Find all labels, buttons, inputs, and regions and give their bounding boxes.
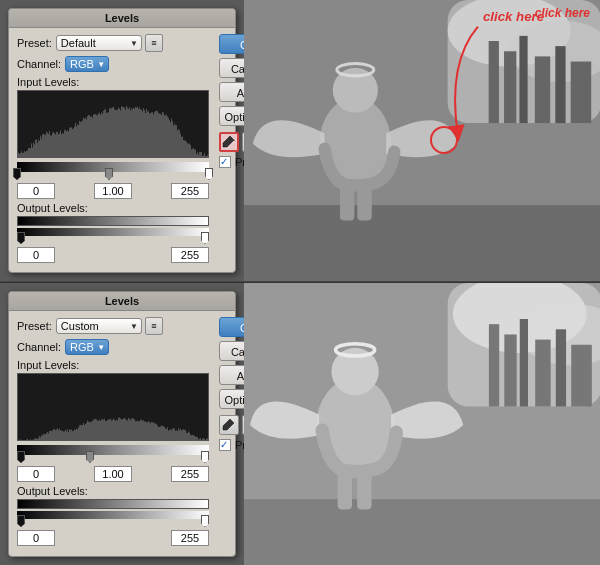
output-white-handle-bottom[interactable] — [201, 515, 209, 527]
input-levels-label-bottom: Input Levels: — [17, 359, 209, 371]
preset-select-top[interactable]: Default ▼ — [56, 35, 142, 51]
channel-arrow-top: ▼ — [97, 60, 105, 69]
channel-select-bottom[interactable]: RGB ▼ — [65, 339, 109, 355]
output-levels-label-top: Output Levels: — [17, 202, 209, 214]
preset-label-bottom: Preset: — [17, 320, 52, 332]
preset-select-bottom[interactable]: Custom ▼ — [56, 318, 142, 334]
histogram-bottom — [17, 373, 209, 441]
input-white-value-top[interactable] — [171, 183, 209, 199]
angel-image-bottom — [244, 283, 600, 565]
channel-label-top: Channel: — [17, 58, 61, 70]
click-here-annotation: click here — [535, 6, 590, 20]
dialog-title-bottom: Levels — [9, 292, 235, 311]
input-white-handle-top[interactable] — [205, 168, 213, 180]
channel-label-bottom: Channel: — [17, 341, 61, 353]
output-black-value-top[interactable] — [17, 247, 55, 263]
output-white-value-top[interactable] — [171, 247, 209, 263]
preset-menu-icon-bottom[interactable]: ≡ — [145, 317, 163, 335]
dialog-title-top: Levels — [9, 9, 235, 28]
top-panel: Levels Preset: Default ▼ ≡ Channel: RGB — [0, 0, 600, 282]
svg-rect-7 — [519, 36, 527, 123]
input-levels-label-top: Input Levels: — [17, 76, 209, 88]
histogram-top — [17, 90, 209, 158]
input-mid-handle-top[interactable] — [105, 168, 113, 180]
input-black-value-bottom[interactable] — [17, 466, 55, 482]
svg-rect-5 — [489, 41, 499, 123]
channel-arrow-bottom: ▼ — [97, 343, 105, 352]
svg-rect-9 — [555, 46, 565, 123]
svg-rect-10 — [571, 62, 592, 124]
input-mid-handle-bottom[interactable] — [86, 451, 94, 463]
svg-rect-11 — [244, 205, 600, 281]
svg-rect-6 — [504, 51, 516, 123]
svg-line-0 — [234, 140, 235, 141]
input-mid-value-bottom[interactable] — [94, 466, 132, 482]
svg-rect-22 — [489, 324, 499, 406]
output-white-value-bottom[interactable] — [171, 530, 209, 546]
preset-arrow-top: ▼ — [130, 39, 138, 48]
eyedropper-black-bottom[interactable] — [219, 415, 239, 435]
levels-dialog-top: Levels Preset: Default ▼ ≡ Channel: RGB — [8, 8, 236, 273]
eyedropper-black-top[interactable] — [219, 132, 239, 152]
angel-image-top: click here click here — [244, 0, 600, 281]
svg-rect-8 — [535, 56, 550, 123]
channel-select-top[interactable]: RGB ▼ — [65, 56, 109, 72]
output-white-handle-top[interactable] — [201, 232, 209, 244]
preview-checkbox-bottom[interactable] — [219, 439, 231, 451]
input-black-handle-bottom[interactable] — [17, 451, 25, 463]
input-black-handle-top[interactable] — [13, 168, 21, 180]
svg-rect-28 — [244, 499, 600, 565]
svg-rect-26 — [556, 329, 566, 406]
input-mid-value-top[interactable] — [94, 183, 132, 199]
preset-label-top: Preset: — [17, 37, 52, 49]
input-white-value-bottom[interactable] — [171, 466, 209, 482]
preset-menu-icon-top[interactable]: ≡ — [145, 34, 163, 52]
output-black-value-bottom[interactable] — [17, 530, 55, 546]
output-black-handle-top[interactable] — [17, 232, 25, 244]
svg-rect-23 — [504, 334, 516, 406]
preset-arrow-bottom: ▼ — [130, 322, 138, 331]
circle-highlight-top — [430, 126, 458, 154]
output-black-handle-bottom[interactable] — [17, 515, 25, 527]
bottom-panel: Levels Preset: Custom ▼ ≡ Channel: RGB — [0, 283, 600, 565]
output-levels-label-bottom: Output Levels: — [17, 485, 209, 497]
input-white-handle-bottom[interactable] — [201, 451, 209, 463]
svg-rect-27 — [571, 345, 592, 407]
svg-rect-24 — [520, 319, 528, 406]
input-black-value-top[interactable] — [17, 183, 55, 199]
preview-checkbox-top[interactable] — [219, 156, 231, 168]
svg-rect-25 — [535, 340, 550, 407]
levels-dialog-bottom: Levels Preset: Custom ▼ ≡ Channel: RGB — [8, 291, 236, 557]
